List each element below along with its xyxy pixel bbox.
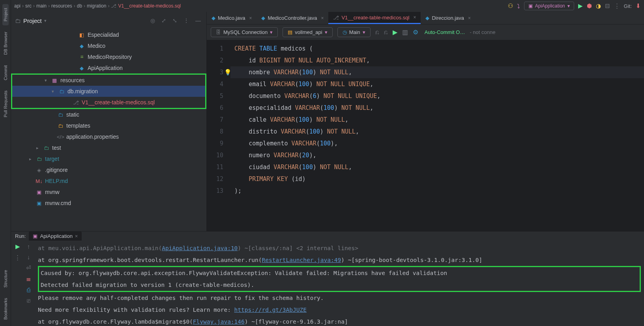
tree-item-medico[interactable]: ◆Medico [11,40,206,51]
left-tab-db-browser[interactable]: DB Browser [2,28,9,59]
tree-item-v1--create-table-medicos-sql[interactable]: ⎇V1__create-table-medicos.sql [12,97,205,108]
topbar: api›src›main›resources›db›migration›⎇ V1… [11,0,644,12]
left-tab-commit[interactable]: Commit [2,61,9,84]
run-config-dropdown[interactable]: ▣ ApiApplication ▾ [524,2,574,10]
breadcrumb[interactable]: api›src›main›resources›db›migration›⎇ V1… [14,3,181,9]
left-tool-strip: ProjectDB BrowserCommitPull Requests Str… [0,0,11,326]
close-icon[interactable]: × [249,15,252,21]
tree-item-static[interactable]: 🗀static [11,109,206,120]
tree-item-resources[interactable]: ▾▦resources [12,75,205,86]
tree-item-help-md[interactable]: M↓HELP.md [11,175,206,187]
hide-icon[interactable]: — [195,17,201,24]
auto-commit-label[interactable]: Auto-Commit O… [425,29,465,35]
close-icon[interactable]: × [321,15,324,21]
stack-icon[interactable]: ≣ [26,275,31,283]
project-tree[interactable]: ◧Especialidad◆Medico⌗MedicoRepository◆Ap… [11,29,206,231]
run-tool-gutter: ▶ ⋮ ↑ ↓ ⏎ ≣ ⎙ ⎚ [11,241,35,326]
users-icon[interactable]: ⚇ [508,2,513,9]
run-panel: Run: ▣ ApiApplication × ▶ ⋮ ↑ ↓ ⏎ [11,231,644,326]
execute-plan-icon[interactable]: ▥ [402,28,408,36]
tree-item-target[interactable]: ▸🗀target [11,153,206,164]
tree-item-apiapplication[interactable]: ◆ApiApplication [11,62,206,73]
execute-icon[interactable]: ▶ [393,28,397,36]
file-tab-medico-java[interactable]: ◆Medico.java× [207,12,256,24]
print-icon[interactable]: ⎙ [27,286,30,293]
left-tab-project[interactable]: Project [2,4,9,25]
down-icon[interactable]: ↓ [27,254,30,260]
expand-icon[interactable]: ⤢ [161,17,166,24]
build-icon[interactable]: ⤵ [517,3,520,9]
wrap-icon[interactable]: ⏎ [26,264,31,271]
git-label: Git: [624,3,632,9]
run-header: Run: ▣ ApiApplication × [11,232,644,241]
file-tab-medicocontroller-java[interactable]: ◆MedicoController.java× [256,12,328,24]
left-tab-pull-requests[interactable]: Pull Requests [2,87,9,121]
rollback-icon[interactable]: ⎌ [384,29,388,36]
code-editor[interactable]: 12345678910111213 CREATE TABLE medicos (… [207,40,644,231]
tree-item-application-properties[interactable]: </>application.properties [11,131,206,142]
git-pull-icon[interactable]: ⬇ [636,2,641,9]
file-tabs: ◆Medico.java×◆MedicoController.java×⎇V1_… [207,12,644,24]
debug-icon[interactable]: ⬢ [587,2,592,9]
tree-item-mvnw-cmd[interactable]: ▣mvnw.cmd [11,198,206,209]
left-tab-structure[interactable]: Structure [2,266,9,292]
run-tab[interactable]: ▣ ApiApplication × [29,232,82,241]
profile-icon[interactable]: ⊟ [605,2,610,9]
target-icon[interactable]: ◎ [150,17,155,24]
gear-icon[interactable]: ⚙ [413,28,418,36]
run-label: Run: [15,233,26,239]
tree-item-db-migration[interactable]: ▾🗀db.migration [12,86,205,97]
camera-icon[interactable]: ⎚ [27,297,30,304]
tree-item-mvnw[interactable]: ▣mvnw [11,187,206,198]
collapse-icon[interactable]: ⤡ [172,17,177,24]
file-tab-v1--create-table-medicos-sql[interactable]: ⎇V1__create-table-medicos.sql× [328,12,421,24]
settings-icon[interactable]: ⋮ [183,17,189,24]
console-output[interactable]: at meu.voii.api.ApiApplication.main(ApiA… [35,241,644,326]
tx-icon[interactable]: ⎌ [375,29,379,36]
connection-dropdown[interactable]: 🗄 MySQL Connection ▾ [211,27,278,37]
editor-area: ◆Medico.java×◆MedicoController.java×⎇V1_… [207,12,644,231]
left-tab-bookmarks[interactable]: Bookmarks [2,294,9,324]
session-dropdown[interactable]: ◷ Main ▾ [337,27,371,37]
run-icon[interactable]: ▶ [578,2,583,9]
bulb-icon[interactable]: 💡 [224,66,232,78]
project-panel-title[interactable]: 🗀 Project ▾ [15,17,47,24]
up-icon[interactable]: ↑ [27,243,30,250]
tree-item--gitignore[interactable]: ◈.gitignore [11,164,206,175]
schema-dropdown[interactable]: ▤ vollmed_api ▾ [283,27,332,37]
tree-item-especialidad[interactable]: ◧Especialidad [11,29,206,40]
tree-item-templates[interactable]: 🗀templates [11,120,206,131]
project-panel-header: 🗀 Project ▾ ◎ ⤢ ⤡ ⋮ — [11,12,206,29]
code-body[interactable]: CREATE TABLE medicos ( id BIGINT NOT NUL… [230,40,644,231]
close-icon[interactable]: × [468,15,471,21]
file-tab-direccion-java[interactable]: ◆Direccion.java× [421,12,476,24]
more-icon[interactable]: ⋮ [15,254,21,261]
not-connected-label: - not conne [470,29,495,35]
project-panel: 🗀 Project ▾ ◎ ⤢ ⤡ ⋮ — ◧Especialidad◆Medi… [11,12,207,231]
rerun-icon[interactable]: ▶ [15,243,20,250]
more-icon[interactable]: ⋮ [614,2,620,9]
close-icon[interactable]: × [413,15,416,20]
coverage-icon[interactable]: ◑ [596,2,601,9]
tree-item-test[interactable]: ▸🗀test [11,142,206,153]
main-column: api›src›main›resources›db›migration›⎇ V1… [11,0,644,326]
tree-item-medicorepository[interactable]: ⌗MedicoRepository [11,51,206,62]
db-toolbar: 🗄 MySQL Connection ▾ ▤ vollmed_api ▾ ◷ M… [207,24,644,40]
